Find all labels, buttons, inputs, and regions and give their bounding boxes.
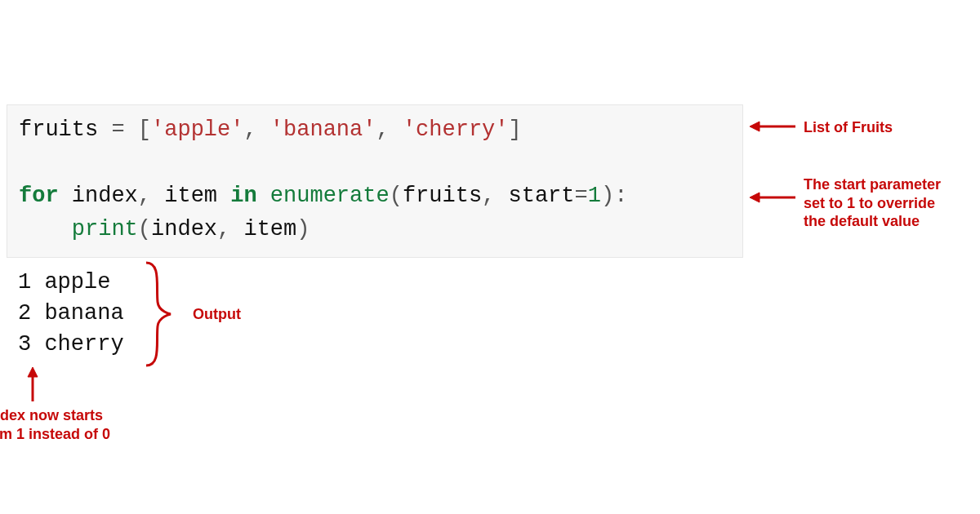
token-comma: , [138, 184, 164, 208]
token-var: index [151, 217, 217, 241]
token-paren: ( [138, 217, 151, 241]
arrow-left-icon [748, 189, 797, 206]
arrow-up-icon [24, 366, 41, 403]
token-bracket: [ [138, 117, 151, 142]
code-line-3: for index, item in enumerate(fruits, sta… [19, 179, 731, 213]
token-string: 'apple' [151, 117, 243, 142]
token-bracket: ] [509, 117, 522, 142]
token-string: 'cherry' [403, 117, 509, 142]
token-var: fruits [403, 184, 482, 208]
annotation-text: from 1 instead of 0 [0, 425, 122, 444]
annotation-text: Index now starts [0, 406, 122, 425]
token-space [59, 184, 72, 208]
token-var: index [72, 184, 138, 208]
token-space [217, 184, 230, 208]
code-line-4: print(index, item) [19, 213, 731, 246]
token-var: item [243, 217, 296, 241]
svg-marker-3 [750, 193, 760, 202]
token-string: 'banana' [270, 117, 376, 142]
output-line: 2 banana [18, 299, 124, 330]
annotation-start-parameter: The start parameter set to 1 to override… [804, 175, 967, 231]
code-line-blank [19, 147, 731, 180]
token-keyword: for [19, 184, 59, 208]
token-paren: ) [296, 217, 310, 241]
token-space [257, 184, 270, 208]
token-keyword: in [230, 184, 256, 208]
svg-marker-5 [28, 367, 38, 377]
token-var: item [164, 184, 217, 208]
token-argname: start [509, 184, 575, 208]
code-line-1: fruits = ['apple', 'banana', 'cherry'] [19, 113, 731, 147]
code-block: fruits = ['apple', 'banana', 'cherry'] f… [7, 104, 743, 258]
token-comma: , [376, 117, 402, 142]
annotation-text: the default value [804, 212, 967, 231]
annotation-list-of-fruits: List of Fruits [804, 118, 893, 137]
annotation-index-starts: Index now starts from 1 instead of 0 [0, 406, 122, 443]
token-comma: , [482, 184, 508, 208]
annotation-output: Output [193, 305, 241, 324]
token-comma: , [217, 217, 243, 241]
token-number: 1 [588, 184, 601, 208]
token-function: print [72, 217, 138, 241]
annotation-text: Output [193, 306, 241, 322]
token-indent [19, 217, 72, 241]
token-eq: = [575, 184, 588, 208]
token-paren: ): [601, 184, 627, 208]
annotation-text: set to 1 to override [804, 194, 967, 213]
output-block: 1 apple 2 banana 3 cherry [18, 268, 124, 360]
annotation-text: The start parameter [804, 175, 967, 194]
arrow-left-icon [748, 118, 797, 135]
token-paren: ( [390, 184, 403, 208]
token-op: = [98, 117, 138, 142]
token-var: fruits [19, 117, 98, 142]
output-line: 1 apple [18, 268, 124, 299]
annotation-text: List of Fruits [804, 119, 893, 135]
token-comma: , [243, 117, 270, 142]
token-function: enumerate [270, 184, 390, 208]
svg-marker-1 [750, 122, 760, 131]
output-line: 3 cherry [18, 330, 124, 361]
brace-icon [143, 261, 174, 367]
